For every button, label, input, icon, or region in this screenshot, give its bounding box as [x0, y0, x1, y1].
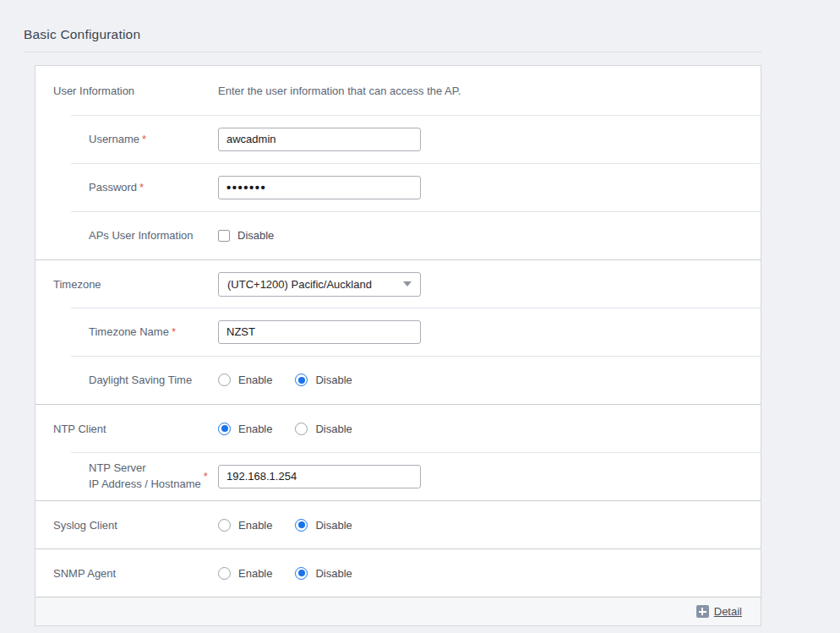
user-information-description: Enter the user information that can acce… [218, 85, 461, 97]
row-user-information: User Information Enter the user informat… [35, 66, 761, 115]
daylight-saving-enable-label[interactable]: Enable [238, 374, 272, 386]
basic-configuration-page: Basic Configuration User Information Ent… [0, 0, 840, 626]
detail-link-label[interactable]: Detail [714, 605, 742, 618]
timezone-name-label: Timezone Name [89, 325, 169, 338]
row-ntp-server: NTP Server IP Address / Hostname * [35, 452, 761, 500]
aps-user-information-disable-label[interactable]: Disable [237, 229, 274, 242]
row-ntp-client: NTP Client Enable Disable [35, 404, 761, 452]
username-input[interactable] [218, 128, 421, 151]
username-required-marker: * [142, 133, 146, 145]
row-password: Password * [35, 163, 761, 211]
radio-unselected-icon[interactable] [218, 519, 231, 532]
snmp-agent-disable-label[interactable]: Disable [315, 567, 352, 580]
row-timezone: Timezone (UTC+1200) Pacific/Auckland [35, 259, 761, 308]
syslog-client-enable-label[interactable]: Enable [238, 519, 272, 532]
row-syslog-client: Syslog Client Enable Disable [35, 500, 761, 548]
ntp-client-enable-option[interactable]: Enable [218, 423, 272, 435]
radio-selected-icon[interactable] [218, 423, 231, 435]
timezone-select[interactable]: (UTC+1200) Pacific/Auckland [218, 272, 421, 297]
snmp-agent-label: SNMP Agent [53, 567, 116, 580]
daylight-saving-disable-label[interactable]: Disable [315, 374, 352, 386]
timezone-name-input[interactable] [218, 320, 421, 344]
row-snmp-agent: SNMP Agent Enable Disable [35, 548, 761, 597]
radio-unselected-icon[interactable] [218, 567, 231, 580]
ntp-server-required-marker: * [204, 470, 208, 483]
detail-link[interactable]: Detail [696, 605, 742, 618]
radio-selected-icon[interactable] [295, 374, 308, 386]
radio-selected-icon[interactable] [295, 567, 308, 580]
row-aps-user-information: APs User Information Disable [35, 211, 761, 259]
page-title: Basic Configuration [24, 27, 840, 42]
syslog-client-enable-option[interactable]: Enable [218, 519, 272, 532]
row-timezone-name: Timezone Name * [35, 308, 761, 356]
syslog-client-disable-option[interactable]: Disable [295, 519, 352, 532]
row-daylight-saving-time: Daylight Saving Time Enable Disable [35, 356, 761, 404]
plus-icon[interactable] [696, 605, 709, 618]
ntp-server-label: NTP Server IP Address / Hostname [89, 461, 201, 493]
ntp-server-input[interactable] [218, 465, 421, 488]
daylight-saving-disable-option[interactable]: Disable [295, 374, 352, 386]
password-required-marker: * [139, 181, 144, 194]
syslog-client-disable-label[interactable]: Disable [315, 519, 352, 532]
radio-unselected-icon[interactable] [218, 374, 231, 386]
username-label: Username [89, 133, 139, 145]
chevron-down-icon [403, 281, 412, 286]
snmp-agent-disable-option[interactable]: Disable [295, 567, 352, 580]
syslog-client-label: Syslog Client [53, 519, 117, 532]
daylight-saving-enable-option[interactable]: Enable [218, 374, 272, 386]
aps-user-information-disable-checkbox[interactable] [218, 230, 230, 242]
daylight-saving-time-label: Daylight Saving Time [89, 374, 192, 386]
form-footer: Detail [35, 597, 761, 625]
snmp-agent-enable-label[interactable]: Enable [238, 567, 272, 580]
radio-selected-icon[interactable] [295, 519, 308, 532]
row-username: Username * [35, 115, 761, 163]
timezone-label: Timezone [53, 278, 101, 291]
ntp-client-label: NTP Client [53, 423, 106, 435]
title-divider [24, 52, 761, 52]
ntp-client-disable-option[interactable]: Disable [295, 423, 352, 435]
timezone-name-required-marker: * [172, 325, 176, 338]
password-input[interactable] [218, 176, 421, 199]
timezone-selected-value: (UTC+1200) Pacific/Auckland [227, 278, 398, 291]
radio-unselected-icon[interactable] [295, 423, 308, 435]
ntp-client-disable-label[interactable]: Disable [315, 423, 352, 435]
snmp-agent-enable-option[interactable]: Enable [218, 567, 272, 580]
ntp-client-enable-label[interactable]: Enable [238, 423, 272, 435]
user-information-label: User Information [53, 85, 134, 97]
password-label: Password [89, 181, 137, 194]
basic-configuration-form: User Information Enter the user informat… [35, 65, 761, 626]
aps-user-information-label: APs User Information [89, 229, 194, 242]
